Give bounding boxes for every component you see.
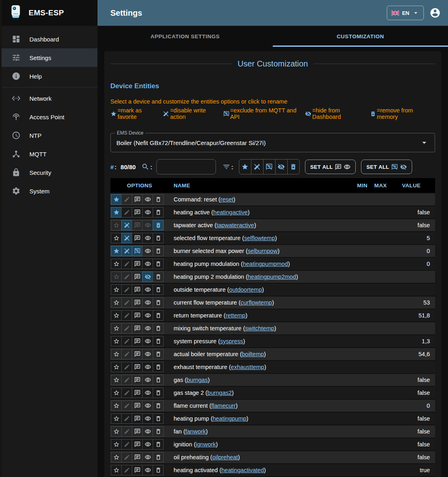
delete-toggle[interactable] bbox=[153, 400, 164, 411]
write-toggle[interactable] bbox=[121, 375, 132, 385]
entity-code-link[interactable]: selflowtemp bbox=[244, 235, 275, 241]
visibility-toggle[interactable] bbox=[142, 297, 153, 308]
entity-code-link[interactable]: selburnpow bbox=[248, 248, 278, 254]
visibility-toggle[interactable] bbox=[142, 259, 153, 269]
visibility-toggle[interactable] bbox=[142, 349, 153, 359]
write-toggle[interactable] bbox=[121, 336, 132, 346]
entity-code-link[interactable]: outdoortemp bbox=[229, 286, 262, 293]
entity-code-link[interactable]: ignwork bbox=[196, 441, 216, 448]
visibility-toggle[interactable] bbox=[142, 439, 153, 450]
delete-toggle[interactable] bbox=[153, 375, 164, 385]
visibility-toggle[interactable] bbox=[142, 400, 153, 411]
sidebar-item-dashboard[interactable]: Dashboard bbox=[2, 30, 97, 48]
delete-toggle[interactable] bbox=[153, 349, 164, 359]
mqtt-exclude-toggle[interactable] bbox=[132, 400, 143, 411]
favorite-toggle[interactable] bbox=[111, 452, 122, 462]
favorite-toggle[interactable] bbox=[111, 336, 122, 346]
mqtt-exclude-toggle[interactable] bbox=[132, 194, 143, 205]
write-toggle[interactable] bbox=[121, 465, 132, 475]
visibility-toggle[interactable] bbox=[142, 194, 153, 205]
write-toggle[interactable] bbox=[121, 297, 132, 308]
visibility-toggle[interactable] bbox=[142, 272, 153, 282]
favorite-toggle[interactable] bbox=[111, 413, 122, 424]
favorite-toggle[interactable] bbox=[111, 349, 122, 359]
mqtt-exclude-toggle[interactable] bbox=[132, 272, 143, 282]
write-toggle[interactable] bbox=[121, 194, 132, 205]
visibility-toggle[interactable] bbox=[142, 426, 153, 437]
favorite-toggle[interactable] bbox=[111, 284, 122, 295]
entity-code-link[interactable]: exhausttemp bbox=[231, 364, 264, 370]
set-all-hidden-button[interactable]: SET ALL bbox=[361, 160, 412, 174]
mqtt-exclude-toggle[interactable] bbox=[132, 426, 143, 437]
delete-toggle[interactable] bbox=[153, 233, 164, 243]
write-toggle[interactable] bbox=[121, 413, 132, 424]
delete-toggle[interactable] bbox=[153, 220, 164, 230]
entity-code-link[interactable]: heatingpump2mod bbox=[248, 274, 296, 280]
delete-toggle[interactable] bbox=[153, 452, 164, 462]
mqtt-exclude-toggle[interactable] bbox=[132, 220, 143, 230]
sidebar-item-system[interactable]: System bbox=[2, 182, 97, 200]
visibility-toggle[interactable] bbox=[142, 362, 153, 372]
sidebar-item-settings[interactable]: Settings bbox=[2, 48, 97, 67]
entity-code-link[interactable]: heatingpump bbox=[213, 415, 247, 422]
visibility-toggle[interactable] bbox=[142, 323, 153, 334]
write-toggle[interactable] bbox=[121, 310, 132, 321]
favorite-toggle[interactable] bbox=[111, 310, 122, 321]
visibility-toggle[interactable] bbox=[142, 220, 153, 230]
mqtt-exclude-toggle[interactable] bbox=[132, 297, 143, 308]
sidebar-item-security[interactable]: Security bbox=[2, 163, 97, 182]
delete-toggle[interactable] bbox=[153, 207, 164, 218]
mqtt-exclude-toggle[interactable] bbox=[132, 233, 143, 243]
sidebar-item-network[interactable]: Network bbox=[2, 89, 97, 108]
favorite-toggle[interactable] bbox=[111, 207, 122, 218]
language-selector[interactable]: EN bbox=[387, 6, 424, 20]
mqtt-exclude-toggle[interactable] bbox=[132, 349, 143, 359]
entity-code-link[interactable]: boiltemp bbox=[242, 351, 264, 357]
favorite-toggle[interactable] bbox=[111, 246, 122, 256]
favorite-toggle[interactable] bbox=[111, 465, 122, 475]
entity-code-link[interactable]: syspress bbox=[220, 338, 243, 344]
visibility-toggle[interactable] bbox=[142, 284, 153, 295]
visibility-toggle[interactable] bbox=[142, 452, 153, 462]
write-toggle[interactable] bbox=[121, 439, 132, 450]
favorite-toggle[interactable] bbox=[111, 400, 122, 411]
visibility-toggle[interactable] bbox=[142, 465, 153, 475]
delete-toggle[interactable] bbox=[153, 426, 164, 437]
mqtt-exclude-toggle[interactable] bbox=[132, 259, 143, 269]
write-toggle[interactable] bbox=[121, 272, 132, 282]
search-input[interactable] bbox=[156, 159, 216, 174]
delete-toggle[interactable] bbox=[153, 284, 164, 295]
favorite-toggle[interactable] bbox=[111, 233, 122, 243]
delete-toggle[interactable] bbox=[153, 465, 164, 475]
mqtt-exclude-toggle[interactable] bbox=[132, 465, 143, 475]
mqtt-exclude-toggle[interactable] bbox=[132, 452, 143, 462]
delete-toggle[interactable] bbox=[153, 259, 164, 269]
mqtt-exclude-toggle[interactable] bbox=[132, 375, 143, 385]
user-avatar-icon[interactable] bbox=[429, 7, 441, 19]
mqtt-exclude-toggle[interactable] bbox=[132, 246, 143, 256]
write-toggle[interactable] bbox=[121, 426, 132, 437]
filter-favorite-button[interactable] bbox=[239, 160, 251, 174]
tab-customization[interactable]: CUSTOMIZATION bbox=[273, 26, 448, 47]
mqtt-exclude-toggle[interactable] bbox=[132, 439, 143, 450]
filter-mqtt-excluded-button[interactable] bbox=[263, 160, 276, 174]
visibility-toggle[interactable] bbox=[142, 336, 153, 346]
delete-toggle[interactable] bbox=[153, 336, 164, 346]
entity-code-link[interactable]: reset bbox=[220, 196, 233, 203]
write-toggle[interactable] bbox=[121, 323, 132, 334]
visibility-toggle[interactable] bbox=[142, 413, 153, 424]
visibility-toggle[interactable] bbox=[142, 310, 153, 321]
entity-code-link[interactable]: oilpreheat bbox=[212, 454, 238, 460]
entity-code-link[interactable]: rettemp bbox=[226, 312, 245, 319]
mqtt-exclude-toggle[interactable] bbox=[132, 413, 143, 424]
sidebar-item-help[interactable]: Help bbox=[2, 67, 97, 85]
sidebar-item-mqtt[interactable]: MQTT bbox=[2, 145, 97, 163]
mqtt-exclude-toggle[interactable] bbox=[132, 362, 143, 372]
entity-code-link[interactable]: burngas2 bbox=[207, 390, 232, 396]
favorite-toggle[interactable] bbox=[111, 259, 122, 269]
favorite-toggle[interactable] bbox=[111, 426, 122, 437]
entity-code-link[interactable]: heatingactive bbox=[213, 209, 247, 216]
favorite-toggle[interactable] bbox=[111, 388, 122, 398]
delete-toggle[interactable] bbox=[153, 246, 164, 256]
visibility-toggle[interactable] bbox=[142, 388, 153, 398]
